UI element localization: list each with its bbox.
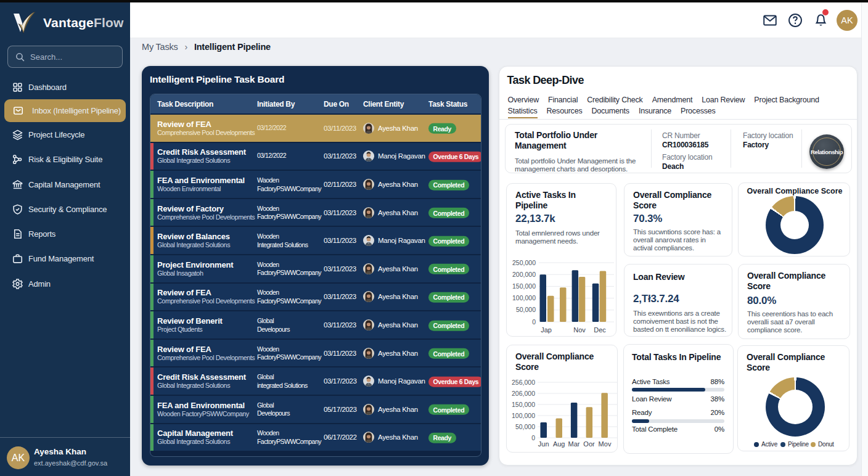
svg-text:256,000: 256,000: [512, 379, 535, 386]
svg-text:150,000: 150,000: [512, 401, 535, 408]
svg-text:250,000: 250,000: [512, 259, 536, 266]
svg-text:Mov: Mov: [599, 440, 612, 448]
svg-text:206,000: 206,000: [512, 390, 535, 397]
svg-text:Jap: Jap: [541, 326, 552, 334]
svg-text:Dec: Dec: [594, 326, 606, 334]
svg-text:Nov: Nov: [573, 326, 586, 334]
svg-text:Aug: Aug: [553, 440, 565, 448]
svg-text:100,000: 100,000: [512, 294, 536, 302]
svg-text:50,000: 50,000: [515, 423, 535, 430]
svg-text:Oor: Oor: [583, 440, 595, 448]
svg-text:0: 0: [531, 434, 535, 441]
svg-text:0: 0: [532, 318, 536, 326]
svg-text:100,000: 100,000: [512, 412, 535, 419]
svg-text:150,000: 150,000: [512, 282, 536, 290]
svg-text:50,000: 50,000: [516, 306, 536, 313]
svg-text:Mar: Mar: [568, 440, 580, 448]
svg-text:200,000: 200,000: [512, 271, 536, 278]
svg-text:Jun: Jun: [538, 440, 549, 448]
